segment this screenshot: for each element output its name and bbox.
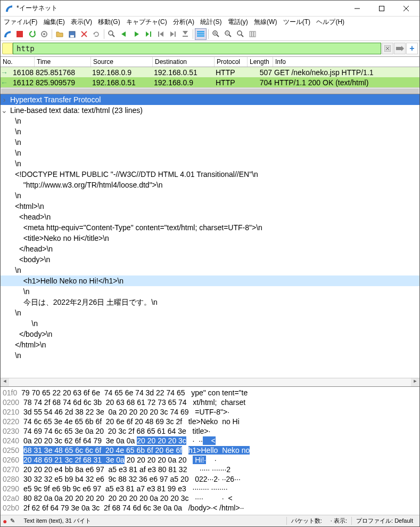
arrow-icon: → <box>1 68 8 77</box>
svg-rect-19 <box>197 35 204 37</box>
toolbar <box>1 28 419 41</box>
last-icon[interactable] <box>167 28 179 40</box>
svg-point-11 <box>109 31 113 35</box>
svg-line-12 <box>112 35 114 37</box>
svg-rect-14 <box>158 31 159 37</box>
clear-filter-icon[interactable] <box>382 43 393 54</box>
menu-view[interactable]: 表示(V) <box>71 18 92 26</box>
svg-line-25 <box>229 35 231 37</box>
colorize-icon[interactable] <box>195 28 207 40</box>
svg-rect-4 <box>17 31 23 37</box>
menu-file[interactable]: ファイル(F) <box>4 18 37 26</box>
col-src[interactable]: Source <box>91 57 153 67</box>
details-pane[interactable]: › Hypertext Transfer Protocol⌄ Line-base… <box>1 94 419 386</box>
find-icon[interactable] <box>106 28 118 40</box>
col-time[interactable]: Time <box>35 57 91 67</box>
minimize-button[interactable] <box>345 1 369 16</box>
svg-rect-15 <box>175 31 176 37</box>
svg-line-21 <box>217 35 219 37</box>
svg-rect-16 <box>183 36 188 37</box>
save-icon[interactable] <box>66 28 78 40</box>
options-icon[interactable] <box>38 28 50 40</box>
col-info[interactable]: Info <box>273 57 419 67</box>
maximize-button[interactable] <box>369 1 394 16</box>
close-file-icon[interactable] <box>78 28 90 40</box>
menu-tel[interactable]: 電話(y) <box>228 18 248 26</box>
close-button[interactable] <box>394 1 418 16</box>
col-len[interactable]: Length <box>248 57 273 67</box>
app-icon <box>5 4 13 13</box>
menu-stats[interactable]: 統計(S) <box>200 18 221 26</box>
svg-rect-17 <box>197 31 204 33</box>
display-filter-input[interactable] <box>13 43 381 54</box>
menu-go[interactable]: 移動(G) <box>98 18 120 26</box>
packet-row[interactable]: → 16108 825.851768 192.168.0.9 192.168.0… <box>1 67 419 77</box>
packet-row[interactable]: ← 16112 825.909579 192.168.0.51 192.168.… <box>1 77 419 87</box>
apply-filter-icon[interactable] <box>394 43 406 54</box>
svg-point-27 <box>237 31 242 35</box>
svg-rect-13 <box>150 31 151 37</box>
hex-pane[interactable]: 01f0 79 70 65 22 20 63 6f 6e 74 65 6e 74… <box>1 386 419 515</box>
filter-bar: + <box>1 41 419 56</box>
svg-rect-30 <box>252 31 253 37</box>
svg-rect-8 <box>70 35 74 37</box>
svg-rect-1 <box>380 6 384 11</box>
restart-capture-icon[interactable] <box>26 28 38 40</box>
menu-help[interactable]: ヘルプ(H) <box>316 18 344 26</box>
col-no[interactable]: No. <box>1 57 35 67</box>
col-dst[interactable]: Destination <box>153 57 215 67</box>
packet-list[interactable]: → 16108 825.851768 192.168.0.9 192.168.0… <box>1 67 419 87</box>
zoom-reset-icon[interactable] <box>235 28 246 40</box>
open-icon[interactable] <box>54 28 65 40</box>
resize-cols-icon[interactable] <box>247 28 259 40</box>
status-packets: パケット数: <box>286 517 326 525</box>
add-filter-icon[interactable]: + <box>406 43 418 54</box>
zoom-out-icon[interactable] <box>223 28 234 40</box>
menu-analyze[interactable]: 分析(A) <box>173 18 194 26</box>
svg-point-6 <box>43 33 45 35</box>
menu-capture[interactable]: キャプチャ(C) <box>126 18 167 26</box>
start-capture-icon[interactable] <box>2 28 13 40</box>
titlebar: *イーサネット <box>1 1 419 17</box>
reload-icon[interactable] <box>90 28 102 40</box>
status-text: Text item (text), 31 バイト <box>19 517 286 525</box>
menu-edit[interactable]: 編集(E) <box>44 18 65 26</box>
prev-icon[interactable] <box>118 28 130 40</box>
menubar: ファイル(F) 編集(E) 表示(V) 移動(G) キャプチャ(C) 分析(A)… <box>1 17 419 28</box>
zoom-in-icon[interactable] <box>210 28 222 40</box>
edit-icon[interactable]: ✎ <box>10 517 15 524</box>
status-display: · 表示: <box>326 517 351 525</box>
packet-scrollbar[interactable] <box>1 87 419 94</box>
svg-line-28 <box>241 35 243 37</box>
menu-wireless[interactable]: 無線(W) <box>254 18 277 26</box>
menu-tools[interactable]: ツール(T) <box>283 18 310 26</box>
col-proto[interactable]: Protocol <box>215 57 248 67</box>
svg-rect-31 <box>254 31 256 37</box>
goto-icon[interactable] <box>143 28 154 40</box>
autoscroll-icon[interactable] <box>179 28 191 40</box>
record-icon: ● <box>3 517 7 525</box>
stop-capture-icon[interactable] <box>14 28 26 40</box>
window-title: *イーサネット <box>17 4 345 13</box>
svg-rect-29 <box>250 31 251 37</box>
first-icon[interactable] <box>155 28 167 40</box>
next-icon[interactable] <box>130 28 142 40</box>
arrow-icon: ← <box>1 78 8 87</box>
packet-list-header: No. Time Source Destination Protocol Len… <box>1 56 419 67</box>
status-profile[interactable]: プロファイル: Default <box>351 517 417 525</box>
statusbar: ● ✎ Text item (text), 31 バイト パケット数: · 表示… <box>1 515 419 526</box>
svg-rect-18 <box>197 33 204 35</box>
bookmark-icon[interactable] <box>2 43 13 54</box>
